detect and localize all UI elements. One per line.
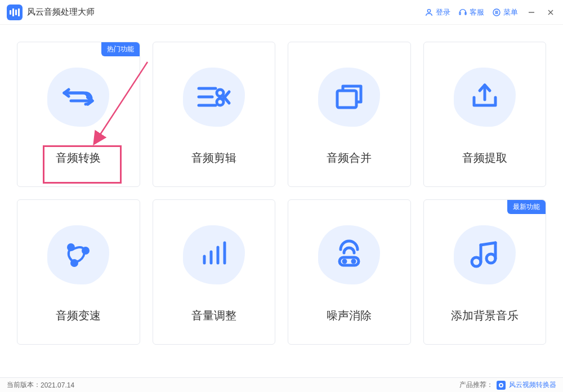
- user-icon: [425, 8, 434, 17]
- card-label: 音量调整: [191, 308, 236, 323]
- svg-line-33: [481, 243, 495, 245]
- menu-button[interactable]: 菜单: [492, 7, 518, 17]
- support-label: 客服: [470, 7, 484, 17]
- card-grid: 热门功能 音频转换 音频剪辑 音频合并: [0, 25, 563, 345]
- menu-list-icon: [492, 8, 501, 17]
- titlebar: 风云音频处理大师 登录 客服 菜单: [0, 0, 563, 25]
- music-icon: [465, 235, 504, 274]
- noise-icon: [329, 235, 369, 274]
- footer: 当前版本： 2021.07.14 产品推荐： 风云视频转换器: [0, 377, 563, 392]
- app-title: 风云音频处理大师: [27, 7, 95, 17]
- recommend-logo-icon: [497, 381, 506, 390]
- minimize-icon: [528, 9, 535, 16]
- convert-icon: [59, 77, 98, 117]
- card-audio-convert[interactable]: 热门功能 音频转换: [17, 42, 140, 187]
- card-audio-speed[interactable]: 音频变速: [17, 199, 140, 345]
- card-label: 添加背景音乐: [451, 308, 519, 323]
- menu-label: 菜单: [503, 7, 518, 17]
- merge-icon: [329, 77, 369, 117]
- card-add-bgm[interactable]: 最新功能 添加背景音乐: [423, 199, 547, 345]
- minimize-button[interactable]: [526, 7, 537, 18]
- card-audio-extract[interactable]: 音频提取: [423, 42, 547, 187]
- svg-rect-1: [459, 12, 461, 15]
- recommend-product[interactable]: 风云视频转换器: [509, 380, 556, 390]
- version-label: 当前版本：: [7, 380, 41, 390]
- card-label: 音频变速: [56, 308, 101, 323]
- hot-badge: 热门功能: [101, 42, 140, 56]
- headset-icon: [458, 8, 467, 17]
- speed-icon: [59, 235, 98, 274]
- card-volume-adjust[interactable]: 音量调整: [153, 199, 276, 345]
- new-badge: 最新功能: [507, 200, 546, 214]
- card-audio-cut[interactable]: 音频剪辑: [153, 42, 276, 187]
- recommend-label: 产品推荐：: [459, 380, 493, 390]
- version-value: 2021.07.14: [41, 381, 74, 389]
- card-label: 音频转换: [56, 150, 101, 166]
- svg-point-0: [427, 9, 430, 12]
- login-button[interactable]: 登录: [425, 7, 450, 17]
- card-label: 音频剪辑: [191, 150, 236, 166]
- volume-icon: [194, 235, 234, 274]
- card-noise-remove[interactable]: 噪声消除: [288, 199, 411, 345]
- svg-rect-17: [337, 91, 356, 108]
- close-button[interactable]: [545, 7, 556, 18]
- close-icon: [547, 9, 554, 16]
- svg-point-27: [343, 260, 346, 262]
- app-logo-icon: [7, 5, 23, 20]
- support-button[interactable]: 客服: [458, 7, 484, 17]
- card-label: 噪声消除: [327, 308, 372, 323]
- login-label: 登录: [436, 7, 450, 17]
- card-audio-merge[interactable]: 音频合并: [288, 42, 411, 187]
- extract-icon: [465, 77, 504, 117]
- card-label: 音频合并: [327, 150, 372, 166]
- card-label: 音频提取: [462, 150, 507, 166]
- svg-point-28: [352, 260, 355, 262]
- cut-icon: [194, 77, 234, 117]
